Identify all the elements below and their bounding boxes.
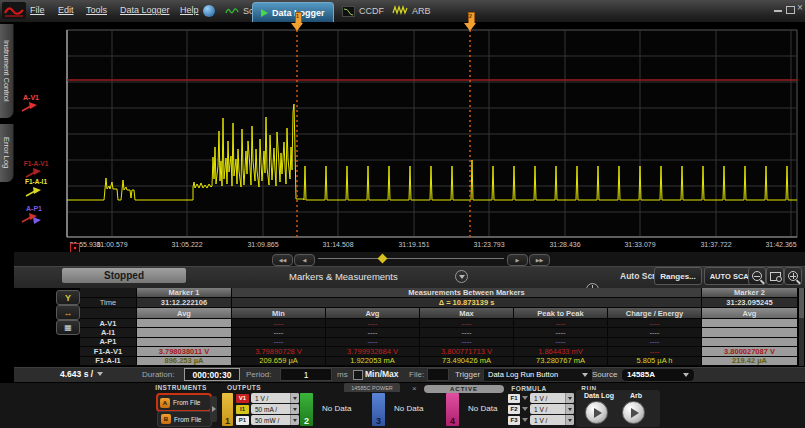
view-selector-label[interactable]: Markers & Measurements: [289, 271, 398, 282]
source-label: Source: [592, 370, 617, 379]
trigger-dropdown[interactable]: Data Log Run Button: [483, 368, 593, 382]
zoom-in-button[interactable]: [784, 267, 802, 285]
scroll-track[interactable]: [318, 258, 504, 259]
scroll-forward-button[interactable]: ▶: [507, 254, 528, 266]
minmax-checkbox[interactable]: [353, 370, 363, 380]
cell-f1-a-v1-min: 3.79890728 V: [255, 347, 302, 356]
marker-1-handle[interactable]: 1: [291, 12, 304, 31]
channel-2-bar[interactable]: 2: [300, 393, 313, 426]
scroll-fast-forward-button[interactable]: ▶▶: [529, 254, 550, 266]
sidebar-tab-instrument-control[interactable]: Instrument Control: [0, 24, 14, 118]
svg-text:31:14.508: 31:14.508: [322, 241, 353, 248]
layout-tool-button[interactable]: ▦: [56, 320, 80, 335]
marker-2-number: 2: [464, 13, 477, 19]
instruments-expander[interactable]: [210, 396, 217, 422]
status-button[interactable]: Stopped: [62, 268, 186, 283]
cell-a-i1-min: ----: [274, 328, 284, 337]
channel-1-bar[interactable]: 1: [222, 393, 233, 426]
info-icon[interactable]: [203, 5, 215, 17]
col-header-min[interactable]: Min: [232, 308, 326, 319]
channel-label-a-p1[interactable]: A-P1: [26, 205, 42, 212]
scroll-fast-back-button[interactable]: ◀◀: [272, 254, 293, 266]
f1-select-icon[interactable]: [522, 396, 528, 400]
table-scrollbar[interactable]: [799, 288, 804, 366]
measure-tool-button[interactable]: ↔: [56, 305, 80, 320]
menu-file[interactable]: File: [30, 5, 45, 15]
scroll-back-button[interactable]: ◀: [294, 254, 315, 266]
ranges-button[interactable]: Ranges...: [654, 267, 702, 285]
channel-label-f1-a-v1[interactable]: F1-A-V1: [24, 160, 49, 167]
f1-range-dropdown[interactable]: 1 V /: [530, 393, 574, 403]
f2-range-dropdown[interactable]: 1 V /: [530, 404, 574, 414]
row-label-a-i1: A-I1: [80, 328, 137, 337]
channel-3-bar[interactable]: 3: [372, 393, 385, 426]
instrument-b-badge: B: [161, 414, 171, 424]
close-button[interactable]: ×: [797, 4, 803, 12]
instrument-b-button[interactable]: B From File: [157, 411, 212, 427]
cell-a-p1-avg: ----: [368, 338, 378, 347]
svg-text:31:23.793: 31:23.793: [473, 241, 504, 248]
minmax-label: Min/Max: [365, 369, 399, 379]
tab-arb-label: ARB: [412, 6, 431, 16]
zoom-region-button[interactable]: [766, 267, 784, 285]
source-dropdown[interactable]: 14585A: [621, 368, 695, 382]
tab-arb[interactable]: ARB: [388, 3, 435, 19]
cell-a-v1-min: ----: [274, 319, 284, 328]
view-chevron-icon[interactable]: [455, 270, 468, 283]
svg-text:31:42.365: 31:42.365: [765, 241, 796, 248]
p1-range-dropdown[interactable]: 50 mW /: [251, 415, 299, 425]
menu-edit[interactable]: Edit: [58, 5, 74, 15]
channel-label-a-v1[interactable]: A-V1: [23, 94, 39, 101]
measurements-table: Marker 1 Measurements Between Markers Ma…: [80, 288, 798, 366]
menu-data-logger[interactable]: Data Logger: [120, 5, 170, 15]
zoom-out-button[interactable]: [748, 267, 766, 285]
minimize-button[interactable]: [774, 10, 782, 12]
duration-label: Duration:: [142, 370, 174, 379]
col-header-max[interactable]: Max: [420, 308, 514, 319]
i1-range-dropdown[interactable]: 50 mA /: [251, 404, 299, 414]
i1-range-value: 50 mA /: [255, 406, 277, 413]
marker1-header[interactable]: Marker 1: [137, 288, 232, 298]
p1-range-value: 50 mW /: [255, 417, 279, 424]
device-tab[interactable]: 14585C POWER: [344, 383, 400, 392]
waveform-plot[interactable]: A-V1 F1-A-V1 F1-A-I1 A-P1 30:55.936 31:0…: [14, 22, 805, 253]
duration-value[interactable]: 000:00:30: [184, 368, 240, 381]
col-header-ptp[interactable]: Peak to Peak: [514, 308, 608, 319]
time-label: Time: [80, 298, 137, 308]
timebase-dropdown[interactable]: 4.643 s /: [60, 369, 103, 379]
v1-range-value: 1 V /: [255, 395, 268, 402]
v1-range-dropdown[interactable]: 1 V /: [251, 393, 299, 403]
menu-help[interactable]: Help: [180, 5, 199, 15]
marker-2-handle[interactable]: 2: [464, 12, 477, 31]
col-header-avg[interactable]: Avg: [326, 308, 420, 319]
file-input[interactable]: [427, 368, 449, 381]
measure-arrows-icon: ↔: [64, 308, 73, 318]
active-tab-close-icon[interactable]: ×: [412, 384, 417, 393]
marker-tool-button[interactable]: Y: [56, 290, 80, 305]
arb-run-button[interactable]: [622, 401, 645, 424]
col-header-charge[interactable]: Charge / Energy: [608, 308, 702, 319]
v1-tag: V1: [236, 394, 249, 403]
f2-select-icon[interactable]: [522, 407, 528, 411]
sidebar-tab-error-log[interactable]: Error Log: [0, 124, 14, 182]
period-input[interactable]: 1: [280, 368, 332, 381]
app-window: File Edit Tools Data Logger Help Scope D…: [0, 0, 805, 428]
channel-4-bar[interactable]: 4: [446, 393, 459, 426]
maximize-button[interactable]: [786, 6, 795, 14]
f3-select-icon[interactable]: [522, 418, 528, 422]
channel-label-f1-a-i1[interactable]: F1-A-I1: [25, 178, 47, 185]
layout-grid-icon: ▦: [64, 323, 72, 332]
instrument-a-button[interactable]: A From File: [156, 393, 212, 412]
svg-text:31:19.151: 31:19.151: [398, 241, 429, 248]
row-label-f1-a-v1: F1-A-V1: [80, 347, 137, 356]
f3-range-dropdown[interactable]: 1 V /: [530, 415, 574, 425]
channel-1-v1-row: V1 1 V /: [236, 393, 299, 403]
cell-a-p1-min: ----: [274, 338, 284, 347]
active-tab[interactable]: ACTIVE: [424, 385, 504, 393]
empty-header: [80, 308, 137, 319]
marker2-header[interactable]: Marker 2: [702, 288, 798, 298]
cell-f1-a-v1-charge: ----: [650, 347, 660, 356]
tab-ccdf[interactable]: CCDF: [338, 3, 388, 19]
menu-tools[interactable]: Tools: [86, 5, 107, 15]
data-log-run-button[interactable]: [585, 401, 608, 424]
